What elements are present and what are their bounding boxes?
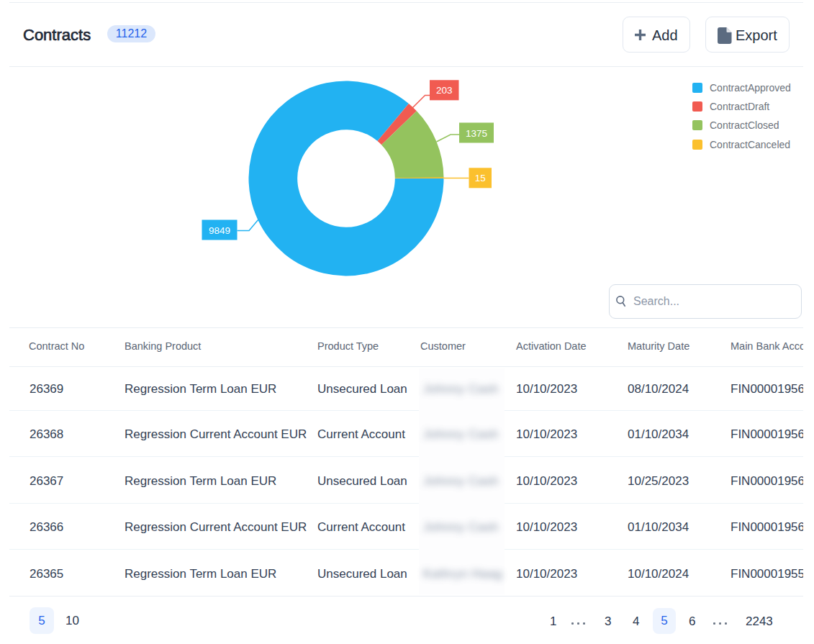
svg-text:1375: 1375	[466, 128, 487, 139]
svg-text:9849: 9849	[209, 225, 230, 236]
svg-text:203: 203	[436, 85, 453, 96]
svg-text:15: 15	[475, 173, 486, 183]
